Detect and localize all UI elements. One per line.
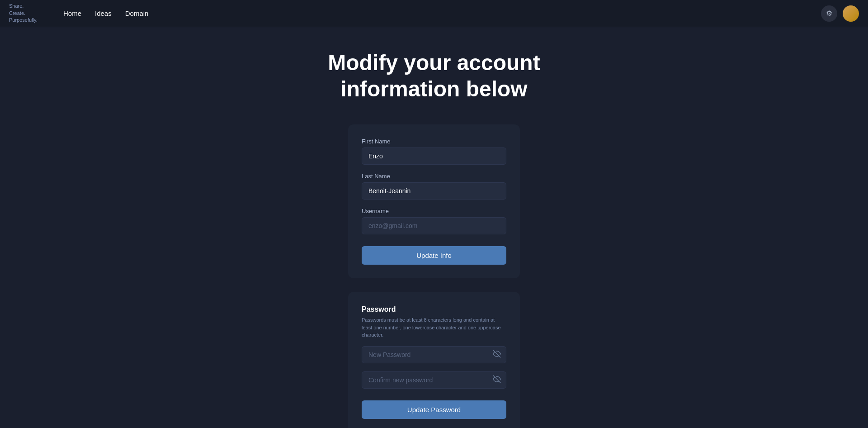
new-password-input-wrapper [362, 346, 506, 363]
brand-line2: Create. [9, 10, 45, 17]
password-section-desc: Passwords must be at least 8 characters … [362, 316, 506, 339]
avatar-image [843, 5, 859, 22]
brand-line1: Share. [9, 3, 45, 10]
username-input[interactable] [362, 217, 506, 234]
new-password-group [362, 346, 506, 363]
confirm-password-input-wrapper [362, 371, 506, 389]
settings-icon: ⚙ [826, 9, 832, 18]
navbar: Share. Create. Purposefully. Home Ideas … [0, 0, 868, 27]
nav-link-ideas[interactable]: Ideas [95, 10, 112, 17]
username-label: Username [362, 208, 506, 214]
update-info-button[interactable]: Update Info [362, 246, 506, 265]
password-section-title: Password [362, 305, 506, 314]
new-password-toggle-icon[interactable] [493, 350, 501, 360]
brand-text: Share. Create. Purposefully. [9, 3, 45, 24]
last-name-group: Last Name [362, 173, 506, 200]
new-password-input[interactable] [362, 346, 506, 363]
avatar[interactable] [843, 5, 859, 22]
update-password-button[interactable]: Update Password [362, 400, 506, 419]
brand-line3: Purposefully. [9, 17, 45, 24]
confirm-password-input[interactable] [362, 371, 506, 389]
page-title-line1: Modify your account [328, 51, 540, 75]
confirm-password-group [362, 371, 506, 389]
settings-button[interactable]: ⚙ [821, 5, 837, 22]
nav-right: ⚙ [821, 5, 859, 22]
password-card: Password Passwords must be at least 8 ch… [348, 292, 520, 428]
info-card: First Name Last Name Username Update Inf… [348, 124, 520, 278]
nav-links: Home Ideas Domain [63, 10, 148, 17]
last-name-label: Last Name [362, 173, 506, 180]
first-name-input[interactable] [362, 147, 506, 165]
page-title-line2: information below [340, 77, 527, 101]
first-name-group: First Name [362, 138, 506, 165]
username-group: Username [362, 208, 506, 234]
nav-link-domain[interactable]: Domain [125, 10, 149, 17]
last-name-input[interactable] [362, 182, 506, 200]
page-title: Modify your account information below [328, 50, 540, 102]
main-content: Modify your account information below Fi… [0, 27, 868, 428]
nav-link-home[interactable]: Home [63, 10, 81, 17]
confirm-password-toggle-icon[interactable] [493, 375, 501, 385]
first-name-label: First Name [362, 138, 506, 145]
